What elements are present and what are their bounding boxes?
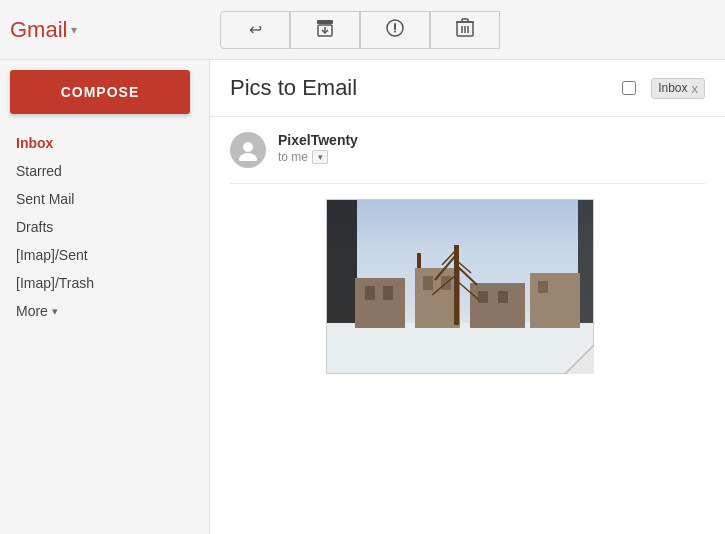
inbox-tag-close[interactable]: x <box>692 81 699 96</box>
sender-name: PixelTwenty <box>278 132 705 148</box>
report-button[interactable] <box>360 11 430 49</box>
more-dropdown-icon: ▾ <box>52 305 58 318</box>
snow-ground <box>327 323 593 373</box>
top-bar: Gmail ▾ ↩ <box>0 0 725 60</box>
sidebar-item-more[interactable]: More ▾ <box>0 297 199 325</box>
svg-rect-0 <box>317 20 333 24</box>
svg-point-5 <box>394 30 396 32</box>
sidebar-item-drafts[interactable]: Drafts <box>0 213 199 241</box>
email-content: Pics to Email Inbox x PixelTwenty <box>210 60 725 534</box>
inbox-tag-label: Inbox <box>658 81 687 95</box>
delete-icon <box>456 18 474 42</box>
svg-rect-25 <box>530 273 580 328</box>
gmail-dropdown-arrow[interactable]: ▾ <box>71 23 77 37</box>
svg-rect-24 <box>498 291 508 303</box>
inbox-tag: Inbox x <box>651 78 705 99</box>
to-me-row: to me ▾ <box>278 150 705 164</box>
email-title: Pics to Email <box>230 75 607 101</box>
delete-button[interactable] <box>430 11 500 49</box>
sidebar-item-sent-mail[interactable]: Sent Mail <box>0 185 199 213</box>
sidebar-item-starred[interactable]: Starred <box>0 157 199 185</box>
to-me-label: to me <box>278 150 308 164</box>
back-icon: ↩ <box>249 20 262 39</box>
email-message: PixelTwenty to me ▾ <box>210 117 725 392</box>
toolbar-buttons: ↩ <box>220 11 500 49</box>
svg-point-14 <box>243 142 253 152</box>
gmail-label: Gmail <box>10 17 67 43</box>
report-icon <box>385 18 405 42</box>
sidebar-item-imap-sent[interactable]: [Imap]/Sent <box>0 241 199 269</box>
back-button[interactable]: ↩ <box>220 11 290 49</box>
sidebar-nav: Inbox Starred Sent Mail Drafts [Imap]/Se… <box>0 129 209 325</box>
to-me-dropdown[interactable]: ▾ <box>312 150 328 164</box>
sidebar-item-imap-trash[interactable]: [Imap]/Trash <box>0 269 199 297</box>
svg-rect-26 <box>538 281 548 293</box>
sender-info: PixelTwenty to me ▾ <box>278 132 705 164</box>
sidebar: COMPOSE Inbox Starred Sent Mail Drafts [… <box>0 60 210 534</box>
main-layout: COMPOSE Inbox Starred Sent Mail Drafts [… <box>0 60 725 534</box>
email-header: Pics to Email Inbox x <box>210 60 725 117</box>
svg-rect-16 <box>355 278 405 328</box>
sender-avatar <box>230 132 266 168</box>
svg-point-15 <box>239 153 257 161</box>
email-checkbox[interactable] <box>622 81 636 95</box>
sidebar-item-inbox[interactable]: Inbox <box>0 129 199 157</box>
message-divider <box>230 183 705 184</box>
svg-line-28 <box>435 255 456 280</box>
archive-icon <box>315 18 335 42</box>
svg-rect-18 <box>383 286 393 300</box>
email-image <box>326 199 594 374</box>
gmail-logo[interactable]: Gmail ▾ <box>10 17 220 43</box>
email-image-wrapper <box>278 199 594 374</box>
compose-button[interactable]: COMPOSE <box>10 70 190 114</box>
message-sender-row: PixelTwenty to me ▾ <box>230 132 705 168</box>
svg-rect-17 <box>365 286 375 300</box>
archive-button[interactable] <box>290 11 360 49</box>
tree-svg <box>427 225 487 325</box>
